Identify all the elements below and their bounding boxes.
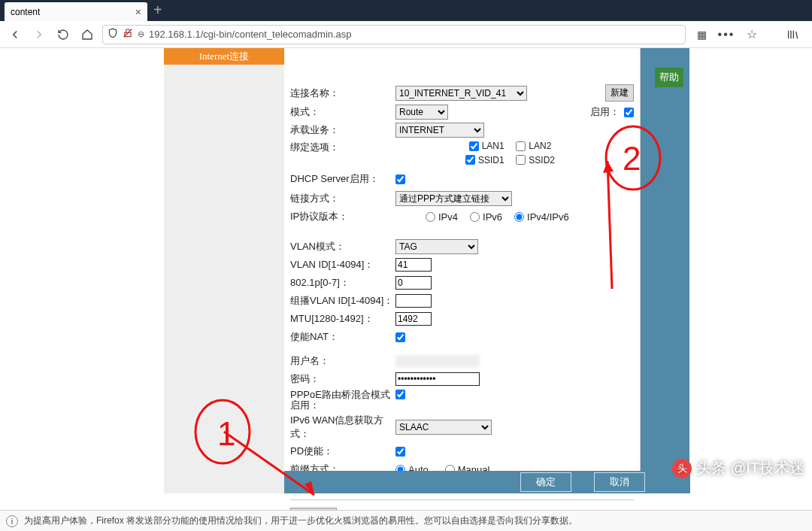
reload-button[interactable] [54,26,72,44]
ipv6-radio[interactable] [470,212,480,222]
dot1p-label: 802.1p[0-7]： [290,276,395,290]
enable-label: 启用： [590,105,620,119]
pppoe-bridge-checkbox[interactable] [395,390,405,399]
service-select[interactable]: INTERNET [395,123,484,138]
mode-label: 模式： [290,105,395,119]
mtu-input[interactable] [395,312,432,326]
bind-label: 绑定选项： [290,141,395,154]
sidebar-footer-bg [164,471,284,493]
library-icon[interactable] [783,26,801,44]
username-redacted [395,355,480,367]
ipv6-label: IPv6 [483,211,502,223]
vlan-mode-label: VLAN模式： [290,240,395,253]
mvlan-input[interactable] [395,294,432,308]
new-button[interactable]: 新建 [605,84,634,102]
mode-select[interactable]: Route [395,105,448,120]
insecure-icon [123,28,133,41]
bind-ssid2-label: SSID2 [529,155,555,165]
ipv6-wan-label: IPv6 WAN信息获取方式： [290,414,395,441]
info-icon: i [6,515,18,527]
home-button[interactable] [78,26,96,44]
qr-icon[interactable]: ▦ [692,26,710,44]
url-text: 192.168.1.1/cgi-bin/content_telecomadmin… [149,29,352,40]
pd-label: PD使能： [290,445,395,458]
forward-button[interactable] [30,26,48,44]
right-column: 帮助 [641,48,689,471]
browser-tab[interactable]: content × [5,2,147,21]
pppoe-bridge-label: PPPoE路由桥混合模式启用： [290,390,395,411]
permission-icon: ⊖ [138,29,144,39]
password-input[interactable] [395,372,480,386]
watermark: 头 头条 @IT技术迷 [672,458,804,478]
dot1p-input[interactable] [395,276,432,290]
shield-icon [108,28,118,41]
ok-button[interactable]: 确定 [520,472,571,492]
link-select[interactable]: 通过PPP方式建立链接 [395,191,512,206]
bind-lan1-checkbox[interactable] [469,141,479,151]
sidebar-header: Internet连接 [164,48,284,65]
vlan-id-input[interactable] [395,258,432,272]
help-button[interactable]: 帮助 [655,68,683,87]
watermark-text: 头条 @IT技术迷 [696,458,804,478]
status-bar: i 为提高用户体验，Firefox 将发送部分功能的使用情况给我们，用于进一步优… [0,510,812,531]
footer-bar: 确定 取消 [284,471,690,493]
bind-lan2-label: LAN2 [529,141,551,151]
conn-name-label: 连接名称： [290,86,395,100]
vlan-mode-select[interactable]: TAG [395,239,478,254]
mvlan-label: 组播VLAN ID[1-4094]： [290,294,395,308]
config-panel: 连接名称： 10_INTERNET_R_VID_41 新建 模式： Route … [284,48,641,471]
sidebar: Internet连接 [164,48,284,471]
conn-name-select[interactable]: 10_INTERNET_R_VID_41 [395,86,527,101]
page-body: Internet连接 连接名称： 10_INTERNET_R_VID_41 新建… [0,48,812,499]
bind-ssid1-checkbox[interactable] [465,155,475,165]
url-bar[interactable]: ⊖ 192.168.1.1/cgi-bin/content_telecomadm… [102,25,686,44]
dhcp-label: DHCP Server启用： [290,172,395,186]
ipv46-radio[interactable] [514,212,524,222]
ipv4-label: IPv4 [438,211,458,223]
vlan-id-label: VLAN ID[1-4094]： [290,258,395,272]
bind-lan2-checkbox[interactable] [516,141,526,151]
pwd-label: 密码： [290,372,395,386]
pd-checkbox[interactable] [395,447,405,457]
bookmark-icon[interactable]: ☆ [743,26,761,44]
browser-tabstrip: content × + [0,0,812,21]
ipv4-radio[interactable] [426,212,435,222]
watermark-icon: 头 [672,459,692,478]
browser-toolbar: ⊖ 192.168.1.1/cgi-bin/content_telecomadm… [0,21,812,48]
status-text: 为提高用户体验，Firefox 将发送部分功能的使用情况给我们，用于进一步优化火… [24,514,577,527]
tab-title: content [11,7,40,17]
link-label: 链接方式： [290,192,395,205]
ipv46-label: IPv4/IPv6 [527,211,569,223]
ipver-label: IP协议版本： [290,210,395,223]
cancel-button[interactable]: 取消 [594,472,645,492]
bind-ssid2-checkbox[interactable] [516,155,526,165]
bind-lan1-label: LAN1 [482,141,504,151]
close-tab-icon[interactable]: × [135,6,141,18]
back-button[interactable] [6,26,24,44]
user-label: 用户名： [290,354,395,368]
nat-checkbox[interactable] [395,332,405,342]
dhcp-checkbox[interactable] [395,174,405,184]
service-label: 承载业务： [290,123,395,137]
nat-label: 使能NAT： [290,330,395,344]
enable-checkbox[interactable] [624,108,634,117]
ipv6-wan-select[interactable]: SLAAC [395,420,492,435]
bind-ssid1-label: SSID1 [478,155,504,165]
new-tab-button[interactable]: + [153,2,162,19]
meatball-menu-icon[interactable]: ••• [717,26,735,44]
mtu-label: MTU[1280-1492]： [290,312,395,326]
